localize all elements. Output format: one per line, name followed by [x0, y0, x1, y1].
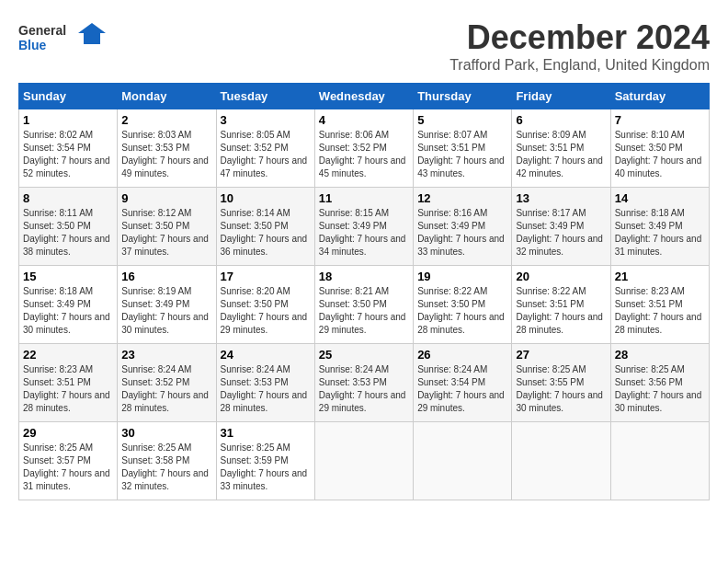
- calendar-day-cell: 12Sunrise: 8:16 AMSunset: 3:49 PMDayligh…: [414, 188, 512, 266]
- day-info: Sunrise: 8:20 AMSunset: 3:50 PMDaylight:…: [221, 285, 311, 337]
- day-info: Sunrise: 8:24 AMSunset: 3:52 PMDaylight:…: [121, 363, 211, 415]
- calendar-day-cell: 5Sunrise: 8:07 AMSunset: 3:51 PMDaylight…: [414, 109, 512, 188]
- calendar-day-cell: 19Sunrise: 8:22 AMSunset: 3:50 PMDayligh…: [414, 266, 512, 344]
- day-info: Sunrise: 8:21 AMSunset: 3:50 PMDaylight:…: [319, 285, 409, 337]
- calendar-day-cell: 6Sunrise: 8:09 AMSunset: 3:51 PMDaylight…: [512, 109, 610, 188]
- calendar-week-row: 1Sunrise: 8:02 AMSunset: 3:54 PMDaylight…: [19, 109, 710, 188]
- day-number: 16: [121, 270, 211, 283]
- day-number: 18: [319, 270, 409, 283]
- svg-text:General: General: [18, 23, 66, 38]
- calendar-day-cell: 23Sunrise: 8:24 AMSunset: 3:52 PMDayligh…: [118, 344, 216, 422]
- day-number: 6: [516, 113, 606, 127]
- day-number: 23: [121, 348, 211, 362]
- calendar-day-cell: 1Sunrise: 8:02 AMSunset: 3:54 PMDaylight…: [19, 109, 118, 188]
- calendar-day-cell: 14Sunrise: 8:18 AMSunset: 3:49 PMDayligh…: [610, 188, 709, 266]
- column-header-tuesday: Tuesday: [216, 84, 314, 109]
- day-info: Sunrise: 8:19 AMSunset: 3:49 PMDaylight:…: [121, 285, 211, 337]
- day-number: 12: [417, 191, 507, 205]
- month-title: December 2024: [449, 18, 710, 57]
- day-info: Sunrise: 8:05 AMSunset: 3:52 PMDaylight:…: [221, 129, 311, 180]
- empty-cell: [512, 422, 610, 500]
- day-info: Sunrise: 8:15 AMSunset: 3:49 PMDaylight:…: [319, 207, 409, 259]
- calendar-day-cell: 22Sunrise: 8:23 AMSunset: 3:51 PMDayligh…: [19, 344, 118, 422]
- day-info: Sunrise: 8:07 AMSunset: 3:51 PMDaylight:…: [417, 129, 507, 180]
- column-header-saturday: Saturday: [610, 84, 709, 109]
- day-info: Sunrise: 8:12 AMSunset: 3:50 PMDaylight:…: [121, 207, 211, 259]
- calendar-day-cell: 26Sunrise: 8:24 AMSunset: 3:54 PMDayligh…: [414, 344, 512, 422]
- svg-text:Blue: Blue: [18, 38, 47, 52]
- day-number: 2: [121, 113, 211, 127]
- calendar-day-cell: 27Sunrise: 8:25 AMSunset: 3:55 PMDayligh…: [512, 344, 610, 422]
- day-info: Sunrise: 8:24 AMSunset: 3:54 PMDaylight:…: [417, 363, 507, 415]
- day-number: 30: [121, 426, 211, 440]
- calendar-day-cell: 4Sunrise: 8:06 AMSunset: 3:52 PMDaylight…: [314, 109, 413, 188]
- calendar-week-row: 29Sunrise: 8:25 AMSunset: 3:57 PMDayligh…: [19, 422, 710, 500]
- day-number: 26: [417, 348, 507, 362]
- day-number: 9: [121, 191, 211, 205]
- day-number: 7: [615, 113, 705, 127]
- calendar-day-cell: 15Sunrise: 8:18 AMSunset: 3:49 PMDayligh…: [19, 266, 118, 344]
- day-info: Sunrise: 8:18 AMSunset: 3:49 PMDaylight:…: [615, 207, 705, 259]
- day-info: Sunrise: 8:25 AMSunset: 3:58 PMDaylight:…: [121, 442, 211, 493]
- logo: General Blue: [18, 18, 110, 60]
- day-number: 19: [417, 270, 507, 283]
- column-header-sunday: Sunday: [19, 84, 118, 109]
- day-number: 1: [23, 113, 113, 127]
- column-header-friday: Friday: [512, 84, 610, 109]
- calendar-day-cell: 20Sunrise: 8:22 AMSunset: 3:51 PMDayligh…: [512, 266, 610, 344]
- calendar-day-cell: 10Sunrise: 8:14 AMSunset: 3:50 PMDayligh…: [216, 188, 314, 266]
- day-number: 10: [221, 191, 311, 205]
- day-number: 17: [221, 270, 311, 283]
- day-info: Sunrise: 8:10 AMSunset: 3:50 PMDaylight:…: [615, 129, 705, 180]
- day-info: Sunrise: 8:06 AMSunset: 3:52 PMDaylight:…: [319, 129, 409, 180]
- day-number: 5: [417, 113, 507, 127]
- calendar-week-row: 15Sunrise: 8:18 AMSunset: 3:49 PMDayligh…: [19, 266, 710, 344]
- day-number: 25: [319, 348, 409, 362]
- day-info: Sunrise: 8:16 AMSunset: 3:49 PMDaylight:…: [417, 207, 507, 259]
- page-header: General Blue December 2024 Trafford Park…: [18, 18, 710, 74]
- day-number: 4: [319, 113, 409, 127]
- day-info: Sunrise: 8:25 AMSunset: 3:56 PMDaylight:…: [615, 363, 705, 415]
- day-info: Sunrise: 8:18 AMSunset: 3:49 PMDaylight:…: [23, 285, 113, 337]
- calendar-day-cell: 3Sunrise: 8:05 AMSunset: 3:52 PMDaylight…: [216, 109, 314, 188]
- day-number: 13: [516, 191, 606, 205]
- day-info: Sunrise: 8:11 AMSunset: 3:50 PMDaylight:…: [23, 207, 113, 259]
- day-number: 3: [221, 113, 311, 127]
- calendar-day-cell: 11Sunrise: 8:15 AMSunset: 3:49 PMDayligh…: [314, 188, 413, 266]
- calendar-day-cell: 29Sunrise: 8:25 AMSunset: 3:57 PMDayligh…: [19, 422, 118, 500]
- day-number: 28: [615, 348, 705, 362]
- calendar-week-row: 22Sunrise: 8:23 AMSunset: 3:51 PMDayligh…: [19, 344, 710, 422]
- day-number: 21: [615, 270, 705, 283]
- calendar-day-cell: 30Sunrise: 8:25 AMSunset: 3:58 PMDayligh…: [118, 422, 216, 500]
- calendar-day-cell: 31Sunrise: 8:25 AMSunset: 3:59 PMDayligh…: [216, 422, 314, 500]
- day-info: Sunrise: 8:22 AMSunset: 3:50 PMDaylight:…: [417, 285, 507, 337]
- day-info: Sunrise: 8:23 AMSunset: 3:51 PMDaylight:…: [615, 285, 705, 337]
- day-number: 20: [516, 270, 606, 283]
- calendar-day-cell: 25Sunrise: 8:24 AMSunset: 3:53 PMDayligh…: [314, 344, 413, 422]
- empty-cell: [314, 422, 413, 500]
- calendar-header-row: SundayMondayTuesdayWednesdayThursdayFrid…: [19, 84, 710, 109]
- calendar-week-row: 8Sunrise: 8:11 AMSunset: 3:50 PMDaylight…: [19, 188, 710, 266]
- calendar-day-cell: 21Sunrise: 8:23 AMSunset: 3:51 PMDayligh…: [610, 266, 709, 344]
- logo-svg: General Blue: [18, 18, 110, 60]
- day-info: Sunrise: 8:24 AMSunset: 3:53 PMDaylight:…: [319, 363, 409, 415]
- calendar-day-cell: 7Sunrise: 8:10 AMSunset: 3:50 PMDaylight…: [610, 109, 709, 188]
- empty-cell: [610, 422, 709, 500]
- location-title: Trafford Park, England, United Kingdom: [449, 57, 710, 74]
- calendar-day-cell: 2Sunrise: 8:03 AMSunset: 3:53 PMDaylight…: [118, 109, 216, 188]
- day-info: Sunrise: 8:17 AMSunset: 3:49 PMDaylight:…: [516, 207, 606, 259]
- empty-cell: [414, 422, 512, 500]
- calendar-day-cell: 28Sunrise: 8:25 AMSunset: 3:56 PMDayligh…: [610, 344, 709, 422]
- day-number: 8: [23, 191, 113, 205]
- day-number: 22: [23, 348, 113, 362]
- column-header-monday: Monday: [118, 84, 216, 109]
- day-number: 29: [23, 426, 113, 440]
- calendar-day-cell: 13Sunrise: 8:17 AMSunset: 3:49 PMDayligh…: [512, 188, 610, 266]
- calendar-day-cell: 9Sunrise: 8:12 AMSunset: 3:50 PMDaylight…: [118, 188, 216, 266]
- day-info: Sunrise: 8:02 AMSunset: 3:54 PMDaylight:…: [23, 129, 113, 180]
- calendar-day-cell: 16Sunrise: 8:19 AMSunset: 3:49 PMDayligh…: [118, 266, 216, 344]
- day-info: Sunrise: 8:24 AMSunset: 3:53 PMDaylight:…: [221, 363, 311, 415]
- calendar-day-cell: 8Sunrise: 8:11 AMSunset: 3:50 PMDaylight…: [19, 188, 118, 266]
- day-number: 31: [221, 426, 311, 440]
- day-number: 27: [516, 348, 606, 362]
